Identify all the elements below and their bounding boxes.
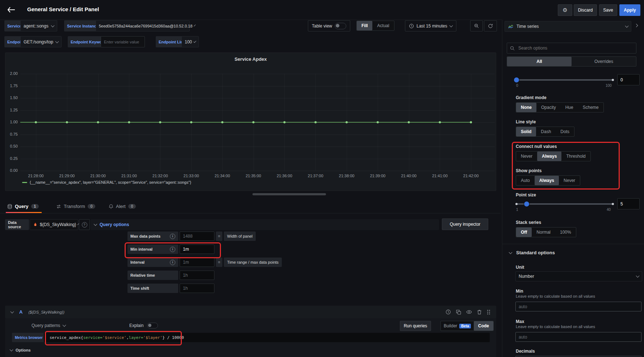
gradient-mode-option-hue[interactable]: Hue xyxy=(561,103,578,112)
query-options-header[interactable]: Query options xyxy=(91,219,439,230)
duplicate-query-icon[interactable] xyxy=(456,310,461,315)
search-options-box xyxy=(507,43,636,54)
line-style-option-dots[interactable]: Dots xyxy=(556,127,574,136)
section-divider xyxy=(502,244,644,244)
chevron-down-icon xyxy=(449,24,453,27)
tab-overrides[interactable]: Overrides xyxy=(572,57,636,66)
endpoint-limit-dropdown[interactable]: 100 xyxy=(181,36,199,47)
standard-options-header[interactable]: Standard options xyxy=(509,250,555,255)
time-zoom-out-button[interactable] xyxy=(470,20,483,31)
expr-token-string: '$service' xyxy=(103,335,126,340)
service-variable-dropdown[interactable]: agent::songs xyxy=(20,20,57,31)
endpoint-keyword-input[interactable] xyxy=(101,36,145,47)
option-label-text: Time shift xyxy=(130,286,149,290)
show-points-option-auto[interactable]: Auto xyxy=(516,176,535,185)
y-tick-label: 1.50 xyxy=(5,95,18,100)
tab-query[interactable]: Query 1 xyxy=(7,200,39,213)
show-points-option-never[interactable]: Never xyxy=(559,176,580,185)
datasource-help-button[interactable]: ? xyxy=(79,219,90,230)
time-range-picker[interactable]: Last 15 minutes xyxy=(405,20,456,31)
stack-series-option-100-[interactable]: 100% xyxy=(555,228,576,237)
connect-null-values-option-threshold[interactable]: Threshold xyxy=(561,152,590,161)
drag-handle-icon[interactable] xyxy=(487,310,490,315)
x-tick-label: 21:29:00 xyxy=(53,174,81,178)
explain-toggle[interactable] xyxy=(147,323,158,328)
actual-option[interactable]: Actual xyxy=(372,21,394,30)
fill-option[interactable]: Fill xyxy=(357,21,372,30)
query-row-header[interactable]: A (${DS_SkyWalking}) xyxy=(5,306,496,318)
slider-handle[interactable] xyxy=(524,201,529,207)
builder-option[interactable]: Builder Beta xyxy=(441,321,474,331)
fill-opacity-slider[interactable] xyxy=(515,77,614,83)
table-view-toggle[interactable] xyxy=(335,23,346,29)
panel-settings-button[interactable]: ⚙ xyxy=(558,4,572,16)
apply-button[interactable]: Apply xyxy=(619,4,640,16)
fill-opacity-value-input[interactable] xyxy=(617,74,640,85)
gradient-mode-group: Gradient modeNoneOpacityHueScheme xyxy=(516,95,604,112)
line-style-option-solid[interactable]: Solid xyxy=(516,127,536,136)
panel-resize-handle[interactable] xyxy=(252,193,326,195)
gradient-mode-option-scheme[interactable]: Scheme xyxy=(578,103,603,112)
delete-query-icon[interactable] xyxy=(477,310,482,315)
relative-time-input[interactable] xyxy=(180,271,214,280)
connect-null-values-option-always[interactable]: Always xyxy=(537,152,561,161)
slider-min-label: 1 xyxy=(516,208,518,212)
query-inspector-button[interactable]: Query inspector xyxy=(442,218,488,230)
min-input[interactable] xyxy=(515,302,641,311)
query-history-icon[interactable] xyxy=(446,309,451,315)
tab-transform[interactable]: Transform 0 xyxy=(56,200,95,213)
slider-max-label: 100 xyxy=(606,84,612,88)
collapse-sidebar-icon[interactable] xyxy=(635,24,638,27)
unit-dropdown[interactable]: Number xyxy=(515,271,642,281)
info-icon: i xyxy=(170,260,175,265)
run-queries-button[interactable]: Run queries xyxy=(400,321,431,331)
discard-button[interactable]: Discard xyxy=(574,4,597,16)
option-label-text: Interval xyxy=(130,260,145,264)
max-input[interactable] xyxy=(515,332,641,342)
save-button[interactable]: Save xyxy=(599,4,617,16)
slider-handle[interactable] xyxy=(514,77,519,82)
time-shift-input[interactable] xyxy=(180,284,214,293)
connect-null-values-options: NeverAlwaysThreshold xyxy=(516,151,591,161)
point-size-value-input[interactable] xyxy=(617,198,640,209)
gradient-mode-option-opacity[interactable]: Opacity xyxy=(536,103,561,112)
tab-all[interactable]: All xyxy=(507,57,572,66)
connect-null-values-label: Connect null values xyxy=(516,144,591,149)
endpoint-dropdown[interactable]: GET:/songs/top xyxy=(20,36,62,47)
unit-label: Unit xyxy=(516,265,524,270)
refresh-button[interactable] xyxy=(484,20,497,31)
interval-input[interactable] xyxy=(180,258,214,267)
min-label: Min xyxy=(516,289,523,294)
show-points-option-always[interactable]: Always xyxy=(535,176,559,185)
query-patterns-dropdown[interactable]: Query patterns xyxy=(32,320,66,331)
plot-area[interactable] xyxy=(20,69,495,171)
tab-alert[interactable]: Alert 0 xyxy=(109,200,136,213)
search-options-input[interactable] xyxy=(518,45,628,51)
code-option[interactable]: Code xyxy=(474,321,493,331)
toggle-visibility-icon[interactable] xyxy=(466,310,472,314)
connect-null-values-option-never[interactable]: Never xyxy=(516,152,537,161)
line-style-option-dash[interactable]: Dash xyxy=(536,127,556,136)
min-interval-input[interactable] xyxy=(180,245,214,254)
point-size-slider[interactable] xyxy=(515,201,614,207)
max-data-points-desc: Width of panel xyxy=(224,231,256,241)
table-view-control: Table view xyxy=(308,20,350,31)
back-button[interactable] xyxy=(5,4,17,15)
chevron-down-icon xyxy=(193,40,196,43)
x-tick-label: 21:28:00 xyxy=(21,174,50,178)
chevron-down-icon xyxy=(625,24,629,28)
x-tick-label: 21:38:00 xyxy=(332,174,361,178)
visualization-picker[interactable]: Time series xyxy=(505,21,631,32)
stack-series-option-off[interactable]: Off xyxy=(516,228,532,237)
service-instance-dropdown[interactable]: 5eed0e5758a244aca6e7699415d360aa@10.52.0… xyxy=(96,20,190,31)
max-data-points-input[interactable] xyxy=(180,231,214,241)
datasource-picker[interactable]: ${DS_SkyWalking} xyxy=(30,219,78,230)
stack-series-option-normal[interactable]: Normal xyxy=(532,228,555,237)
builder-code-switch: Builder Beta Code xyxy=(440,321,494,331)
legend-series-label[interactable]: {__name__="service_apdex", layer="GENERA… xyxy=(30,180,191,184)
query-expression-field[interactable]: service_apdex{service='$service', layer=… xyxy=(44,333,490,342)
gradient-mode-option-none[interactable]: None xyxy=(516,103,536,112)
toggle-knob xyxy=(336,24,339,27)
query-options-footer[interactable]: Options xyxy=(10,346,31,354)
explain-control: Explain xyxy=(129,320,158,331)
